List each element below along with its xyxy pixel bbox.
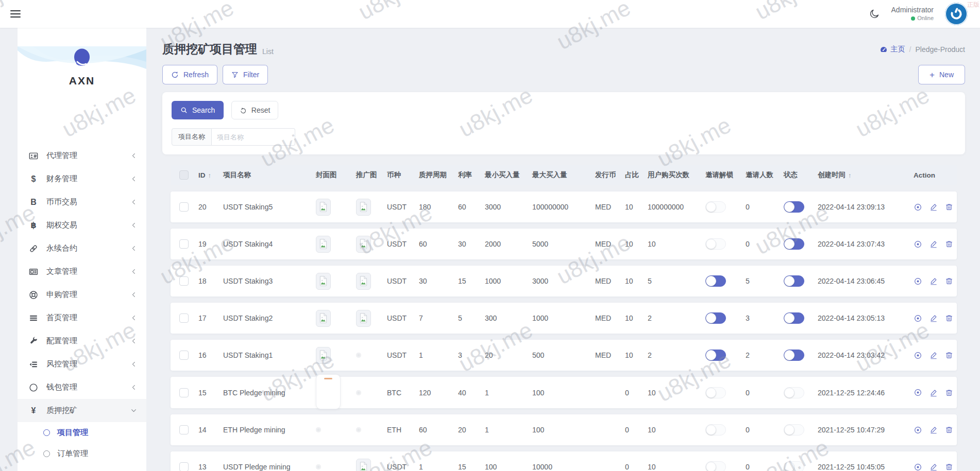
view-button[interactable] (914, 388, 922, 397)
column-header-创建时间[interactable]: 创建时间↑ (817, 170, 913, 180)
status-toggle[interactable] (784, 424, 804, 435)
edit-button[interactable] (930, 314, 938, 322)
delete-button[interactable] (945, 426, 953, 434)
view-button[interactable] (914, 240, 922, 249)
invite-unlock-toggle[interactable] (705, 312, 726, 324)
search-button[interactable]: Search (172, 101, 224, 119)
sidebar-item-期权交易[interactable]: ฿期权交易 (18, 214, 146, 237)
row-checkbox[interactable] (179, 462, 189, 471)
menu-toggle-button[interactable] (9, 6, 24, 22)
promo-empty-image-placeholder (356, 427, 361, 432)
dark-mode-icon[interactable] (869, 8, 880, 20)
avatar[interactable] (945, 3, 968, 25)
row-checkbox[interactable] (179, 313, 189, 323)
sidebar-item-永续合约[interactable]: 永续合约 (18, 237, 146, 260)
project-name-input[interactable] (212, 128, 295, 146)
row-checkbox[interactable] (179, 239, 189, 249)
select-all-checkbox[interactable] (179, 170, 189, 180)
sidebar-item-文章管理[interactable]: 文章管理 (18, 260, 146, 283)
promo-broken-image-thumbnail[interactable] (356, 199, 371, 216)
view-button[interactable] (914, 277, 922, 286)
status-toggle[interactable] (784, 387, 804, 398)
sidebar-subitem-订单管理[interactable]: 订单管理 (18, 443, 146, 464)
row-checkbox[interactable] (179, 388, 189, 397)
breadcrumb-home-link[interactable]: 主页 (880, 45, 905, 54)
new-button[interactable]: + New (918, 65, 965, 84)
sidebar-item-首页管理[interactable]: 首页管理 (18, 306, 146, 329)
invite-unlock-toggle[interactable] (705, 461, 726, 471)
row-checkbox[interactable] (179, 425, 189, 434)
delete-button[interactable] (945, 314, 953, 322)
column-header-checkbox (171, 170, 197, 180)
edit-button[interactable] (930, 426, 938, 434)
sidebar-item-财务管理[interactable]: $财务管理 (18, 167, 146, 190)
sort-asc-icon[interactable]: ↑ (848, 171, 852, 179)
view-button[interactable] (914, 463, 922, 471)
edit-button[interactable] (930, 240, 938, 248)
cover-broken-image-thumbnail[interactable] (316, 273, 331, 290)
promo-broken-image-thumbnail[interactable] (356, 236, 371, 253)
cell-project-name: ETH Pledge mining (222, 426, 315, 434)
status-toggle[interactable] (784, 238, 804, 250)
edit-button[interactable] (930, 389, 938, 397)
column-header-项目名称: 项目名称 (222, 170, 315, 180)
sidebar-item-label: 钱包管理 (46, 382, 77, 392)
cell-invite-unlock (704, 350, 745, 361)
row-checkbox[interactable] (179, 276, 189, 286)
edit-button[interactable] (930, 463, 938, 471)
cover-blank-image-thumbnail[interactable] (316, 374, 341, 409)
invite-unlock-toggle[interactable] (705, 387, 726, 398)
invite-unlock-toggle[interactable] (705, 238, 726, 250)
status-toggle[interactable] (784, 201, 804, 213)
promo-broken-image-thumbnail[interactable] (356, 459, 371, 471)
delete-button[interactable] (945, 277, 953, 285)
row-checkbox[interactable] (179, 202, 189, 212)
invite-unlock-toggle[interactable] (705, 350, 726, 361)
column-header-ID[interactable]: ID↑ (197, 171, 222, 179)
view-button[interactable] (914, 426, 922, 434)
status-toggle[interactable] (784, 312, 804, 324)
view-button[interactable] (914, 314, 922, 323)
view-button[interactable] (914, 203, 922, 212)
filter-button[interactable]: Filter (223, 65, 268, 84)
delete-button[interactable] (945, 389, 953, 397)
row-checkbox[interactable] (179, 351, 189, 360)
cover-broken-image-thumbnail[interactable] (316, 236, 331, 253)
sidebar-item-币币交易[interactable]: B币币交易 (18, 190, 146, 214)
invite-unlock-toggle[interactable] (705, 424, 726, 435)
view-button[interactable] (914, 351, 922, 360)
indent-list-icon (28, 360, 39, 369)
status-toggle[interactable] (784, 275, 804, 287)
sidebar-item-质押挖矿[interactable]: ¥质押挖矿 (18, 399, 146, 422)
status-toggle[interactable] (784, 461, 804, 471)
user-info[interactable]: Administrator Online (891, 6, 934, 22)
sidebar-item-配置管理[interactable]: 配置管理 (18, 329, 146, 353)
cell-status (783, 461, 817, 471)
sidebar-item-风控管理[interactable]: 风控管理 (18, 353, 146, 376)
edit-button[interactable] (930, 277, 938, 285)
cover-broken-image-thumbnail[interactable] (316, 310, 331, 327)
sidebar-item-钱包管理[interactable]: 钱包管理 (18, 376, 146, 399)
promo-broken-image-thumbnail[interactable] (356, 273, 371, 290)
sidebar-item-申购管理[interactable]: 申购管理 (18, 283, 146, 306)
invite-unlock-toggle[interactable] (705, 201, 726, 213)
sidebar-subitem-项目管理[interactable]: 项目管理 (18, 422, 146, 443)
edit-button[interactable] (930, 351, 938, 359)
delete-button[interactable] (945, 240, 953, 248)
sort-asc-icon[interactable]: ↑ (208, 171, 212, 179)
delete-button[interactable] (945, 351, 953, 359)
delete-button[interactable] (945, 463, 953, 471)
cover-broken-image-thumbnail[interactable] (316, 199, 331, 216)
reset-button[interactable]: Reset (231, 101, 279, 119)
promo-broken-image-thumbnail[interactable] (356, 310, 371, 327)
invite-unlock-toggle[interactable] (705, 275, 726, 287)
sidebar-item-代理管理[interactable]: 代理管理 (18, 144, 146, 167)
edit-button[interactable] (930, 203, 938, 211)
cover-broken-image-thumbnail[interactable] (316, 347, 331, 364)
sidebar-item-label: 永续合约 (46, 243, 77, 253)
sidebar-item-客服[interactable]: 客服 (18, 464, 146, 471)
cell-invite-unlock (704, 424, 745, 435)
delete-button[interactable] (945, 203, 953, 211)
status-toggle[interactable] (784, 350, 804, 361)
refresh-button[interactable]: Refresh (162, 65, 217, 84)
